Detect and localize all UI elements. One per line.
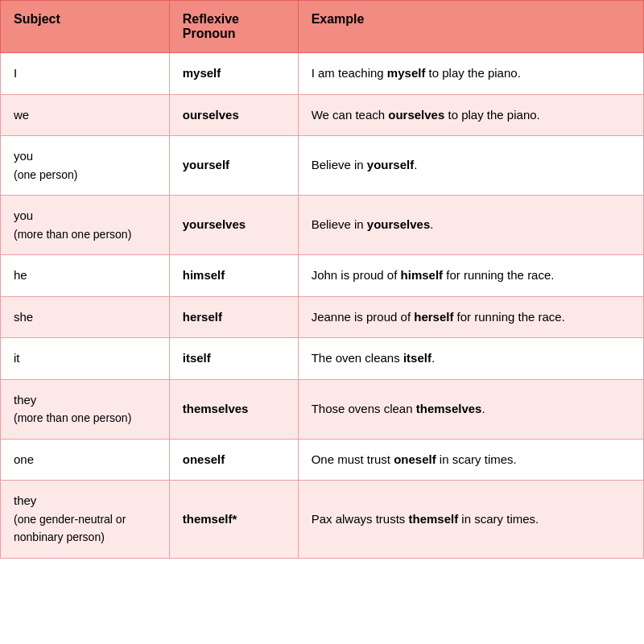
- header-example: Example: [298, 1, 643, 53]
- cell-pronoun: yourself: [169, 136, 298, 196]
- table-row: oneoneselfOne must trust oneself in scar…: [1, 439, 644, 481]
- cell-subject: he: [1, 255, 170, 297]
- cell-example: Jeanne is proud of herself for running t…: [298, 296, 643, 338]
- table-row: they(one gender-neutral or nonbinary per…: [1, 481, 644, 559]
- table-row: sheherselfJeanne is proud of herself for…: [1, 296, 644, 338]
- cell-example: Believe in yourselves.: [298, 196, 643, 255]
- table-row: ImyselfI am teaching myself to play the …: [1, 53, 644, 95]
- cell-subject: she: [1, 296, 170, 338]
- cell-pronoun: itself: [169, 338, 298, 380]
- cell-subject: we: [1, 94, 170, 136]
- cell-subject: they(one gender-neutral or nonbinary per…: [1, 481, 170, 559]
- cell-subject: they(more than one person): [1, 379, 170, 439]
- cell-example: Those ovens clean themselves.: [298, 379, 643, 439]
- cell-pronoun: myself: [169, 53, 298, 95]
- cell-pronoun: ourselves: [169, 94, 298, 136]
- header-pronoun: ReflexivePronoun: [169, 1, 298, 53]
- cell-example: Believe in yourself.: [298, 136, 643, 196]
- cell-pronoun: themself*: [169, 481, 298, 559]
- table-header-row: Subject ReflexivePronoun Example: [1, 1, 644, 53]
- cell-pronoun: oneself: [169, 439, 298, 481]
- cell-example: John is proud of himself for running the…: [298, 255, 643, 297]
- table-row: weourselvesWe can teach ourselves to pla…: [1, 94, 644, 136]
- cell-subject: you(more than one person): [1, 196, 170, 255]
- table-row: hehimselfJohn is proud of himself for ru…: [1, 255, 644, 297]
- cell-subject: you(one person): [1, 136, 170, 196]
- cell-pronoun: himself: [169, 255, 298, 297]
- cell-example: Pax always trusts themself in scary time…: [298, 481, 643, 559]
- cell-example: The oven cleans itself.: [298, 338, 643, 380]
- reflexive-pronouns-table: Subject ReflexivePronoun Example Imyself…: [0, 0, 644, 559]
- cell-subject: I: [1, 53, 170, 95]
- table-row: you(one person)yourselfBelieve in yourse…: [1, 136, 644, 196]
- cell-subject: one: [1, 439, 170, 481]
- cell-pronoun: herself: [169, 296, 298, 338]
- cell-example: We can teach ourselves to play the piano…: [298, 94, 643, 136]
- table-row: you(more than one person)yourselvesBelie…: [1, 196, 644, 255]
- table-row: ititselfThe oven cleans itself.: [1, 338, 644, 380]
- cell-pronoun: yourselves: [169, 196, 298, 255]
- cell-example: I am teaching myself to play the piano.: [298, 53, 643, 95]
- header-subject: Subject: [1, 1, 170, 53]
- table-row: they(more than one person)themselvesThos…: [1, 379, 644, 439]
- cell-example: One must trust oneself in scary times.: [298, 439, 643, 481]
- cell-subject: it: [1, 338, 170, 380]
- cell-pronoun: themselves: [169, 379, 298, 439]
